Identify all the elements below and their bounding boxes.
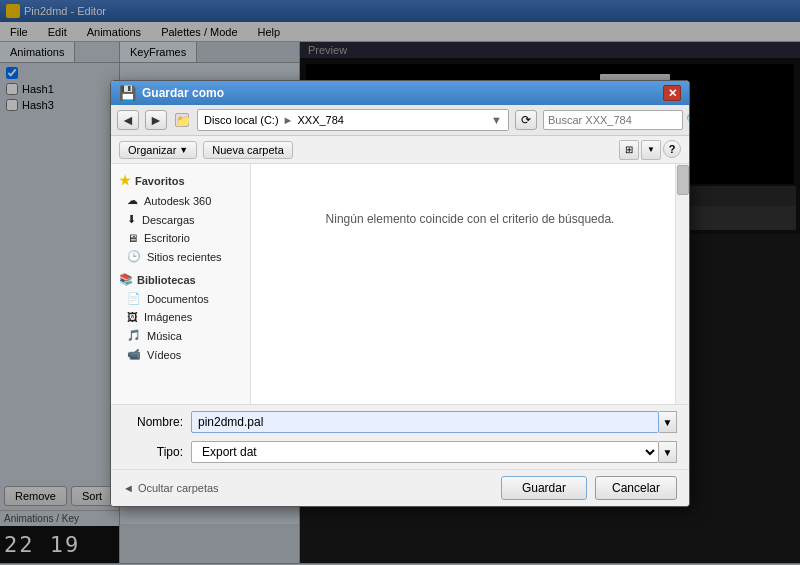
docs-icon: 📄 — [127, 292, 141, 305]
view-icon-dropdown[interactable]: ▼ — [641, 140, 661, 160]
help-button[interactable]: ? — [663, 140, 681, 158]
empty-message: Ningún elemento coincide con el criterio… — [259, 212, 681, 226]
filetype-container: Export dat ▼ — [191, 441, 677, 463]
dialog-overlay: 💾 Guardar como ✕ ◄ ► 📁 Disco local (C:) … — [0, 0, 800, 565]
view-icon-button-1[interactable]: ⊞ — [619, 140, 639, 160]
arrow-left-icon: ◄ — [123, 482, 134, 494]
music-icon: 🎵 — [127, 329, 141, 342]
app-window: Pin2dmd - Editor File Edit Animations Pa… — [0, 0, 800, 565]
search-input[interactable] — [548, 114, 686, 126]
sidebar-item-recent[interactable]: 🕒 Sitios recientes — [111, 247, 250, 266]
save-button[interactable]: Guardar — [501, 476, 587, 500]
dialog-actions: ◄ Ocultar carpetas Guardar Cancelar — [111, 469, 689, 506]
filename-label: Nombre: — [123, 415, 183, 429]
sidebar-section-favorites: ★ Favoritos ☁ Autodesk 360 ⬇ Descargas — [111, 170, 250, 266]
nav-back-button[interactable]: ◄ — [117, 110, 139, 130]
recent-icon: 🕒 — [127, 250, 141, 263]
cancel-button[interactable]: Cancelar — [595, 476, 677, 500]
path-part-0: Disco local (C:) — [204, 114, 279, 126]
sidebar-item-images[interactable]: 🖼 Imágenes — [111, 308, 250, 326]
sidebar-item-documents[interactable]: 📄 Documentos — [111, 289, 250, 308]
path-breadcrumb: Disco local (C:) ► XXX_784 ▼ — [197, 109, 509, 131]
left-toolbar: Organizar ▼ Nueva carpeta — [119, 141, 293, 159]
sidebar-item-downloads[interactable]: ⬇ Descargas — [111, 210, 250, 229]
filename-input[interactable] — [191, 411, 659, 433]
sidebar-section-libraries-title[interactable]: 📚 Bibliotecas — [111, 270, 250, 289]
filename-input-container: ▼ — [191, 411, 677, 433]
chevron-down-icon: ▼ — [179, 145, 188, 155]
folder-icon: 📁 — [175, 113, 189, 127]
nav-forward-button[interactable]: ► — [145, 110, 167, 130]
dialog-titlebar: 💾 Guardar como ✕ — [111, 81, 689, 105]
images-icon: 🖼 — [127, 311, 138, 323]
search-box: 🔍 — [543, 110, 683, 130]
cloud-icon: ☁ — [127, 194, 138, 207]
refresh-button[interactable]: ⟳ — [515, 110, 537, 130]
sidebar-item-autodesk[interactable]: ☁ Autodesk 360 — [111, 191, 250, 210]
dialog-subtoolbar: Organizar ▼ Nueva carpeta ⊞ ▼ ? — [111, 136, 689, 164]
sidebar-section-libraries: 📚 Bibliotecas 📄 Documentos 🖼 Imágenes — [111, 270, 250, 364]
dialog-title-left: 💾 Guardar como — [119, 85, 224, 101]
filetype-select[interactable]: Export dat — [191, 441, 659, 463]
search-icon: 🔍 — [686, 113, 690, 127]
downloads-icon: ⬇ — [127, 213, 136, 226]
library-icon: 📚 — [119, 273, 133, 286]
filetype-row: Tipo: Export dat ▼ — [111, 439, 689, 469]
dialog-title: Guardar como — [142, 86, 224, 100]
scrollbar-thumb[interactable] — [677, 165, 689, 195]
dialog-main-area: Ningún elemento coincide con el criterio… — [251, 164, 689, 404]
scrollbar-track[interactable] — [675, 164, 689, 404]
filename-dropdown-button[interactable]: ▼ — [659, 411, 677, 433]
path-dropdown-button[interactable]: ▼ — [491, 114, 502, 126]
new-folder-button[interactable]: Nueva carpeta — [203, 141, 293, 159]
desktop-icon: 🖥 — [127, 232, 138, 244]
dialog-sidebar: ★ Favoritos ☁ Autodesk 360 ⬇ Descargas — [111, 164, 251, 404]
dialog-toolbar: ◄ ► 📁 Disco local (C:) ► XXX_784 ▼ ⟳ 🔍 — [111, 105, 689, 136]
videos-icon: 📹 — [127, 348, 141, 361]
path-part-1: XXX_784 — [297, 114, 343, 126]
filetype-label: Tipo: — [123, 445, 183, 459]
dialog-content: ★ Favoritos ☁ Autodesk 360 ⬇ Descargas — [111, 164, 689, 404]
organize-button[interactable]: Organizar ▼ — [119, 141, 197, 159]
action-buttons: Guardar Cancelar — [501, 476, 677, 500]
sidebar-section-favorites-title[interactable]: ★ Favoritos — [111, 170, 250, 191]
save-dialog: 💾 Guardar como ✕ ◄ ► 📁 Disco local (C:) … — [110, 80, 690, 507]
sidebar-item-videos[interactable]: 📹 Vídeos — [111, 345, 250, 364]
dialog-title-icon: 💾 — [119, 85, 136, 101]
sidebar-item-music[interactable]: 🎵 Música — [111, 326, 250, 345]
star-icon: ★ — [119, 173, 131, 188]
hide-folders-button[interactable]: ◄ Ocultar carpetas — [123, 482, 219, 494]
path-arrow-0: ► — [283, 114, 294, 126]
view-icons: ⊞ ▼ ? — [619, 140, 681, 160]
dialog-close-button[interactable]: ✕ — [663, 85, 681, 101]
filename-row: Nombre: ▼ — [111, 405, 689, 439]
dialog-bottom: Nombre: ▼ Tipo: Export dat ▼ — [111, 404, 689, 506]
filetype-dropdown[interactable]: ▼ — [659, 441, 677, 463]
sidebar-item-desktop[interactable]: 🖥 Escritorio — [111, 229, 250, 247]
